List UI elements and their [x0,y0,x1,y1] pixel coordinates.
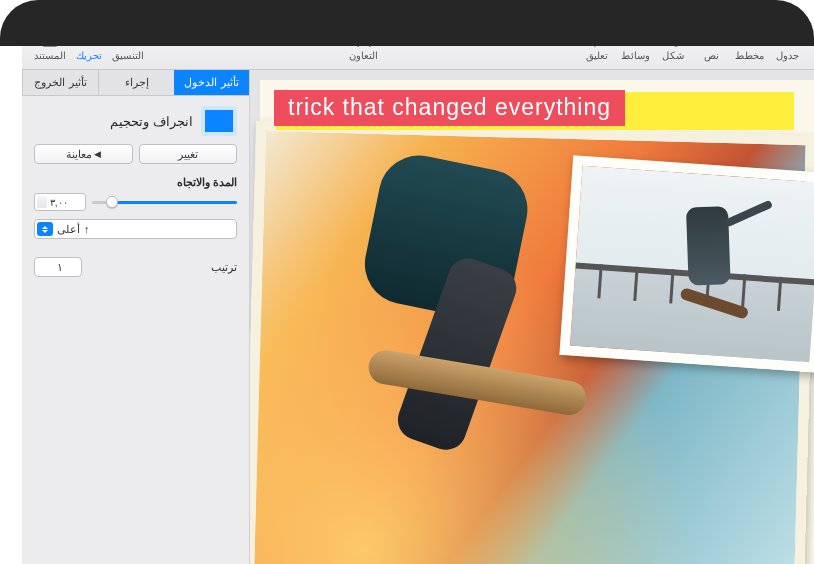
toolbar-label: وسائط [621,50,650,61]
inspector-tabs: تأثير الخروج إجراء تأثير الدخول [22,70,249,96]
change-button[interactable]: تغيير [139,144,238,164]
caption-text: trick that changed everything [288,94,611,120]
build-in-tab[interactable]: تأثير الدخول [174,70,249,95]
order-label: ترتيب [203,261,237,274]
toolbar-label: شكل [662,50,684,61]
duration-stepper[interactable]: ٣,٠٠ ث [34,193,86,211]
order-field[interactable]: ١ [34,257,82,277]
slide-caption[interactable]: trick that changed everything [274,88,794,128]
build-out-tab[interactable]: تأثير الخروج [22,70,98,95]
toolbar-label: التنسيق [112,50,144,61]
photo-small-selected[interactable] [559,155,814,373]
tab-label: إجراء [125,76,149,89]
effect-thumbnail [201,106,237,136]
direction-value: أعلى [57,223,80,236]
duration-section-title: المدة والاتجاه [34,176,237,189]
arrow-up-icon: ↑ [84,223,90,235]
preview-button[interactable]: ◀ معاينة [34,144,133,164]
toolbar-label: التعاون [349,50,378,61]
action-tab[interactable]: إجراء [98,70,174,95]
button-label: معاينة [66,148,92,161]
tab-label: تأثير الدخول [184,76,238,89]
toolbar-label: تعليق [586,50,608,61]
slide: trick that changed everything [260,80,814,564]
inspector-panel: تأثير الخروج إجراء تأثير الدخول انجراف و… [22,70,250,564]
toolbar-label: تحريك [76,50,102,61]
chevron-updown-icon [63,261,75,273]
chevron-updown-icon [37,222,53,236]
app-window: المستند تحريك التنسيق التعاون [22,22,814,564]
device-bezel [0,0,814,46]
toolbar-label: جدول [776,50,799,61]
direction-dropdown[interactable]: ↑ أعلى [34,219,237,239]
toolbar-label: نص [704,50,719,61]
effect-name-label: انجراف وتحجيم [34,114,193,129]
slide-canvas[interactable]: trick that changed everything [250,70,814,564]
toolbar-label: المستند [34,50,66,61]
button-label: تغيير [178,148,198,161]
tab-label: تأثير الخروج [34,76,86,89]
duration-slider[interactable] [92,195,237,209]
selection-handles[interactable] [566,162,814,367]
toolbar-label: مخطط [735,50,764,61]
duration-value: ٣,٠٠ ث [38,197,68,208]
